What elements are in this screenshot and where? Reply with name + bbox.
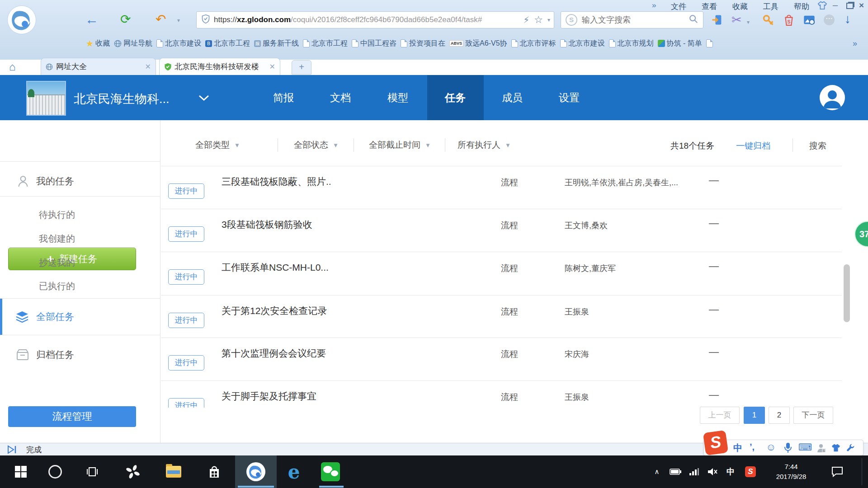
ime-skin-icon[interactable] bbox=[831, 443, 841, 452]
tray-ime-lang[interactable]: 中 bbox=[723, 455, 738, 488]
ime-emoji-icon[interactable]: ☺ bbox=[766, 441, 776, 453]
lightning-icon[interactable]: ⚡ bbox=[523, 14, 529, 25]
task-title[interactable]: 3段基础筏板钢筋验收 bbox=[222, 218, 312, 231]
task-row[interactable]: 进行中 三段基础筏板隐蔽、照片.. 流程 王明锐,羊依洪,崔占房,吴春生,...… bbox=[161, 166, 842, 209]
tab-close-icon[interactable]: ✕ bbox=[145, 62, 151, 71]
url-dropdown-icon[interactable]: ▾ bbox=[547, 17, 550, 23]
action-center-button[interactable] bbox=[827, 455, 847, 488]
bookmark-item[interactable]: 北京市工程 bbox=[303, 39, 348, 48]
nav-models[interactable]: 模型 bbox=[387, 75, 408, 120]
ime-punctuation-toggle[interactable]: ’, bbox=[750, 442, 755, 452]
menu-file[interactable]: 文件 bbox=[671, 1, 686, 12]
bookmark-item[interactable]: 北京市规划 bbox=[609, 39, 654, 48]
back-button[interactable]: ← bbox=[85, 11, 99, 28]
reader-play-icon[interactable] bbox=[6, 445, 17, 454]
new-tab-button[interactable]: + bbox=[292, 60, 311, 75]
close-button[interactable]: × bbox=[859, 0, 864, 10]
sidebar-item-pending[interactable]: 待执行的 bbox=[39, 209, 75, 221]
sidebar-item-executed[interactable]: 已执行的 bbox=[39, 280, 75, 292]
task-title[interactable]: 工作联系单NSC-MH-L0... bbox=[222, 261, 329, 274]
scissors-dropdown-icon[interactable]: ▾ bbox=[747, 19, 750, 25]
user-avatar[interactable] bbox=[820, 85, 845, 110]
more-tools-icon[interactable]: ⋯ bbox=[824, 14, 835, 25]
sidebar-item-cc[interactable]: 抄送我的 bbox=[39, 257, 75, 269]
flow-manage-button[interactable]: 流程管理 bbox=[8, 406, 136, 427]
sidebar-item-my-tasks[interactable]: 我的任务 bbox=[0, 167, 160, 195]
start-button[interactable] bbox=[11, 455, 31, 488]
task-row[interactable]: 进行中 关于第12次安全检查记录 流程 王振泉 — bbox=[161, 295, 842, 338]
skin-shirt-icon[interactable] bbox=[817, 1, 827, 12]
task-title[interactable]: 关于脚手架及托撑事宜 bbox=[222, 390, 316, 403]
nav-members[interactable]: 成员 bbox=[502, 75, 523, 120]
bookmark-item[interactable]: 中国工程咨 bbox=[352, 39, 396, 48]
menu-help[interactable]: 帮助 bbox=[794, 1, 809, 12]
pagination-page-1[interactable]: 1 bbox=[744, 407, 765, 424]
ms-store-button[interactable] bbox=[203, 455, 226, 488]
sogou-ime-logo[interactable]: S bbox=[703, 430, 728, 455]
bookmark-item[interactable]: 北京市评标 bbox=[511, 39, 556, 48]
sogou-browser-app[interactable] bbox=[235, 455, 277, 488]
task-title[interactable]: 关于第12次安全检查记录 bbox=[222, 305, 327, 317]
tab-close-icon[interactable]: ✕ bbox=[269, 62, 275, 71]
url-bar[interactable]: https://xz.glodon.com/coqui/v2016/2f8cef… bbox=[196, 11, 554, 28]
task-row[interactable]: 进行中 第十次监理例会会议纪要 流程 宋庆海 — bbox=[161, 338, 842, 381]
undo-dropdown-icon[interactable]: ▾ bbox=[177, 17, 180, 23]
image-search-icon[interactable] bbox=[803, 14, 816, 28]
sogou-wallet-icon[interactable]: S bbox=[783, 14, 795, 28]
task-row[interactable]: 进行中 工作联系单NSC-MH-L0... 流程 陈树文,董庆军 — bbox=[161, 252, 842, 295]
search-input[interactable] bbox=[581, 15, 689, 25]
floating-assistant-ball[interactable]: 37 bbox=[854, 221, 868, 247]
ime-keyboard-icon[interactable]: ⌨ bbox=[798, 442, 812, 453]
cortana-button[interactable] bbox=[44, 455, 66, 488]
site-shield-icon[interactable] bbox=[201, 14, 210, 26]
bookmark-item[interactable]: 服服务新干线 bbox=[254, 39, 299, 48]
sidebar-item-archived[interactable]: 归档任务 bbox=[0, 341, 160, 369]
sogou-browser-logo[interactable] bbox=[7, 5, 36, 34]
search-box[interactable]: S bbox=[561, 11, 703, 28]
file-explorer-button[interactable] bbox=[162, 455, 185, 488]
pagination-prev[interactable]: 上一页 bbox=[700, 407, 740, 424]
task-row[interactable]: 进行中 3段基础筏板钢筋验收 流程 王文博,桑欢 — bbox=[161, 209, 842, 252]
sogou-pinwheel-app[interactable] bbox=[121, 455, 145, 488]
tab-site-nav[interactable]: 网址大全 ✕ bbox=[41, 58, 156, 75]
task-view-button[interactable] bbox=[81, 455, 103, 488]
favorites-button[interactable]: ★收藏 bbox=[86, 38, 110, 49]
project-thumbnail[interactable] bbox=[26, 81, 66, 116]
login-icon[interactable] bbox=[711, 14, 723, 28]
volume-muted-icon[interactable] bbox=[704, 455, 721, 488]
bookmark-item[interactable]: 北京市建设 bbox=[156, 39, 201, 48]
password-key-icon[interactable] bbox=[762, 14, 775, 28]
minimize-button[interactable]: – bbox=[833, 0, 838, 10]
bookmarks-overflow-icon[interactable]: » bbox=[853, 39, 857, 48]
archive-all-link[interactable]: 一键归档 bbox=[736, 140, 770, 152]
pagination-page-2[interactable]: 2 bbox=[769, 407, 790, 424]
task-row[interactable]: 进行中 关于脚手架及托撑事宜 流程 王振泉 — bbox=[161, 380, 842, 408]
ime-account-icon[interactable]: S bbox=[816, 443, 826, 453]
tray-sogou-icon[interactable]: S bbox=[742, 455, 759, 488]
menu-favorites[interactable]: 收藏 bbox=[732, 1, 748, 12]
nav-briefing[interactable]: 简报 bbox=[273, 75, 294, 120]
favorite-star-icon[interactable]: ☆ bbox=[534, 14, 543, 26]
sidebar-item-created[interactable]: 我创建的 bbox=[39, 233, 75, 245]
filter-deadline[interactable]: 全部截止时间▼ bbox=[369, 139, 431, 151]
menu-overflow-icon[interactable]: » bbox=[652, 1, 656, 10]
nav-documents[interactable]: 文档 bbox=[330, 75, 351, 120]
search-link[interactable]: 搜索 bbox=[809, 140, 826, 152]
ime-wrench-icon[interactable] bbox=[846, 443, 855, 452]
chevron-down-icon[interactable] bbox=[198, 94, 210, 102]
filter-executor[interactable]: 所有执行人▼ bbox=[458, 139, 511, 151]
menu-tools[interactable]: 工具 bbox=[763, 1, 778, 12]
restore-button[interactable] bbox=[846, 3, 854, 9]
download-icon[interactable]: ↓ bbox=[844, 12, 851, 26]
nav-tasks[interactable]: 任务 bbox=[445, 75, 466, 120]
task-title[interactable]: 第十次监理例会会议纪要 bbox=[222, 347, 326, 360]
undo-button[interactable]: ↶ bbox=[156, 11, 166, 28]
screenshot-scissors-icon[interactable]: ✂ bbox=[731, 13, 742, 27]
bookmark-item-icon-only[interactable] bbox=[706, 39, 713, 47]
filter-status[interactable]: 全部状态▼ bbox=[294, 139, 339, 151]
bookmark-item[interactable]: 投资项目在 bbox=[401, 39, 445, 48]
ime-lang-toggle[interactable]: 中 bbox=[733, 442, 742, 454]
show-desktop-divider[interactable] bbox=[862, 458, 862, 485]
network-icon[interactable] bbox=[686, 455, 702, 488]
search-magnifier-icon[interactable] bbox=[689, 14, 698, 26]
